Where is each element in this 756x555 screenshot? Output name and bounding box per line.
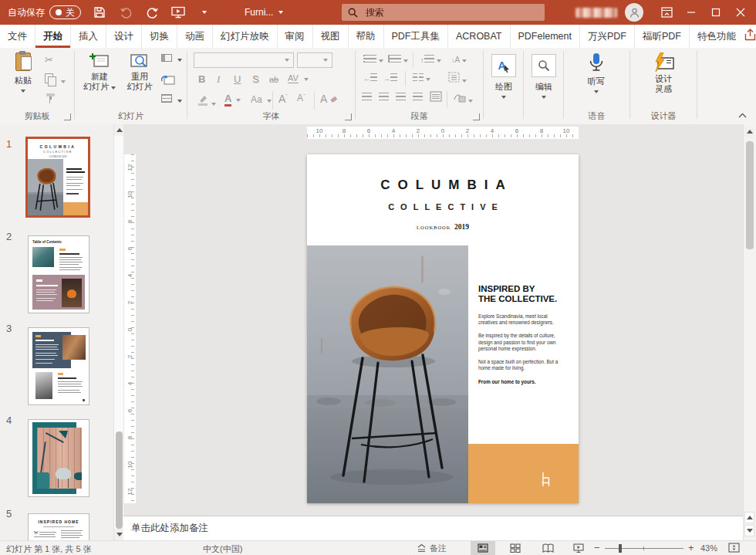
italic-button[interactable]: I xyxy=(217,73,220,86)
slide-thumbnail-4[interactable] xyxy=(28,419,89,497)
justify-button[interactable] xyxy=(413,93,423,102)
edit-button[interactable]: 编辑 xyxy=(532,54,556,99)
slide-brand-title[interactable]: COLUMBIA xyxy=(307,178,579,193)
fit-slide-to-window-button[interactable] xyxy=(728,543,740,554)
increase-indent-button[interactable]: → xyxy=(383,73,397,83)
clear-formatting-button[interactable]: A xyxy=(320,93,337,105)
tab-slideshow[interactable]: 幻灯片放映 xyxy=(213,25,278,48)
new-slide-button[interactable]: 新建 幻灯片 xyxy=(81,52,118,92)
increase-font-size-button[interactable]: Aˆ xyxy=(278,93,288,105)
slide-thumbnail-1[interactable]: COLUMBIA COLLECTIVE LOOKBOOK 2019 xyxy=(25,137,90,218)
cut-button[interactable]: ✂ xyxy=(45,54,53,66)
align-right-button[interactable] xyxy=(396,93,406,102)
change-case-button[interactable]: Aa xyxy=(251,94,272,105)
view-reading-button[interactable] xyxy=(535,541,560,555)
font-color-button[interactable]: A xyxy=(224,93,241,107)
share-button[interactable] xyxy=(744,29,756,44)
minimize-button[interactable] xyxy=(679,0,704,25)
slide-right-text-block[interactable]: INSPIRED BY THE COLLECTIVE. Explore Scan… xyxy=(478,284,574,386)
customize-qat-button[interactable] xyxy=(197,5,212,20)
slide-photo-chair[interactable] xyxy=(307,245,468,503)
dictate-button[interactable]: 听写 xyxy=(581,52,612,93)
tab-pdf-tools[interactable]: PDF工具集 xyxy=(384,25,449,48)
paragraph-dialog-launcher[interactable] xyxy=(473,113,480,120)
view-slideshow-button[interactable] xyxy=(566,541,591,555)
clipboard-dialog-launcher[interactable] xyxy=(64,113,71,120)
decrease-indent-button[interactable]: ← xyxy=(363,73,377,83)
slide-thumbnail-2[interactable]: Table of Contents xyxy=(28,235,89,313)
zoom-in-button[interactable]: + xyxy=(688,542,694,553)
strikethrough-button[interactable]: ab xyxy=(269,75,278,84)
zoom-level[interactable]: 43% xyxy=(700,543,717,553)
notes-toggle-button[interactable]: 备注 xyxy=(417,541,447,555)
highlight-color-button[interactable] xyxy=(197,94,216,107)
slide-thumbnail-3[interactable] xyxy=(28,327,89,405)
notes-pane[interactable]: 单击此处添加备注 xyxy=(123,516,743,540)
vertical-ruler[interactable]: 12 10 8 6 4 2 0 2 4 6 8 10 12 xyxy=(124,154,136,503)
tab-animations[interactable]: 动画 xyxy=(177,25,213,48)
title-chevron-icon[interactable] xyxy=(278,11,283,14)
view-slide-sorter-button[interactable] xyxy=(503,541,528,555)
reuse-slides-button[interactable]: 重用 幻灯片 xyxy=(121,52,158,92)
thumbnail-scrollbar[interactable] xyxy=(113,124,123,540)
autosave-toggle[interactable]: 关 xyxy=(49,5,81,19)
undo-button[interactable] xyxy=(118,5,133,20)
paste-button[interactable]: 粘贴 xyxy=(8,52,39,93)
tab-view[interactable]: 视图 xyxy=(313,25,349,48)
close-button[interactable] xyxy=(728,0,753,25)
tab-wondershare-pdf[interactable]: 万兴PDF xyxy=(580,25,635,48)
redo-button[interactable] xyxy=(144,5,160,20)
tab-home[interactable]: 开始 xyxy=(35,25,71,48)
align-center-button[interactable] xyxy=(379,93,389,102)
distribute-button[interactable] xyxy=(430,91,442,103)
maximize-button[interactable] xyxy=(704,0,728,25)
align-left-button[interactable] xyxy=(362,93,372,102)
bullets-button[interactable] xyxy=(363,55,383,64)
tab-help[interactable]: 帮助 xyxy=(349,25,384,48)
zoom-out-button[interactable]: − xyxy=(594,542,600,553)
ribbon-display-options-button[interactable] xyxy=(654,0,679,25)
collapse-ribbon-button[interactable] xyxy=(738,110,747,120)
format-painter-button[interactable] xyxy=(45,93,56,106)
save-button[interactable] xyxy=(92,5,107,20)
scrollbar-thumb[interactable] xyxy=(746,141,754,249)
bold-button[interactable]: B xyxy=(198,73,205,85)
search-bar[interactable] xyxy=(342,4,545,21)
slide-orange-block[interactable] xyxy=(468,444,579,503)
main-vertical-scrollbar[interactable] xyxy=(743,124,756,540)
tab-pdfelement[interactable]: PDFelement xyxy=(511,25,580,48)
tab-design[interactable]: 设计 xyxy=(106,25,142,48)
text-direction-button[interactable]: ↓A xyxy=(451,55,467,64)
columns-button[interactable] xyxy=(413,73,430,83)
slide-counter[interactable]: 幻灯片 第 1 张, 共 5 张 xyxy=(6,543,92,555)
reset-slide-button[interactable] xyxy=(161,74,175,86)
text-shadow-button[interactable]: S xyxy=(252,73,259,85)
slide-layout-button[interactable] xyxy=(161,54,182,63)
slide-brand-subtitle[interactable]: COLLECTIVE xyxy=(307,202,579,212)
draw-button[interactable]: A 绘图 xyxy=(491,54,516,99)
search-input[interactable] xyxy=(364,6,506,19)
align-text-button[interactable] xyxy=(448,72,467,84)
avatar[interactable] xyxy=(625,3,643,22)
section-button[interactable] xyxy=(161,94,182,104)
font-size-select[interactable] xyxy=(297,52,332,68)
slide-1-canvas[interactable]: COLUMBIA COLLECTIVE LOOKBOOK 2019 xyxy=(307,154,579,503)
slide-lookbook-line[interactable]: LOOKBOOK 2019 xyxy=(307,218,579,232)
tab-file[interactable]: 文件 xyxy=(0,25,35,48)
tab-foxit-pdf[interactable]: 福昕PDF xyxy=(635,25,690,48)
zoom-slider-track[interactable] xyxy=(605,548,683,549)
start-slideshow-button[interactable] xyxy=(170,5,186,20)
line-spacing-button[interactable]: ↕ xyxy=(420,55,441,64)
copy-button[interactable] xyxy=(45,73,66,85)
thumbnail-scrollbar-thumb[interactable] xyxy=(116,431,123,529)
numbering-button[interactable] xyxy=(388,55,408,64)
slide-thumbnail-5[interactable]: INSPIRED HOME W xyxy=(28,513,89,540)
decrease-font-size-button[interactable]: Aˇ xyxy=(297,93,305,103)
tab-special-features[interactable]: 特色功能 xyxy=(690,25,744,48)
tab-review[interactable]: 审阅 xyxy=(278,25,313,48)
font-dialog-launcher[interactable] xyxy=(345,113,352,120)
zoom-slider-thumb[interactable] xyxy=(619,544,622,553)
tab-insert[interactable]: 插入 xyxy=(71,25,106,48)
tab-transitions[interactable]: 切换 xyxy=(142,25,177,48)
underline-button[interactable]: U xyxy=(234,73,241,85)
